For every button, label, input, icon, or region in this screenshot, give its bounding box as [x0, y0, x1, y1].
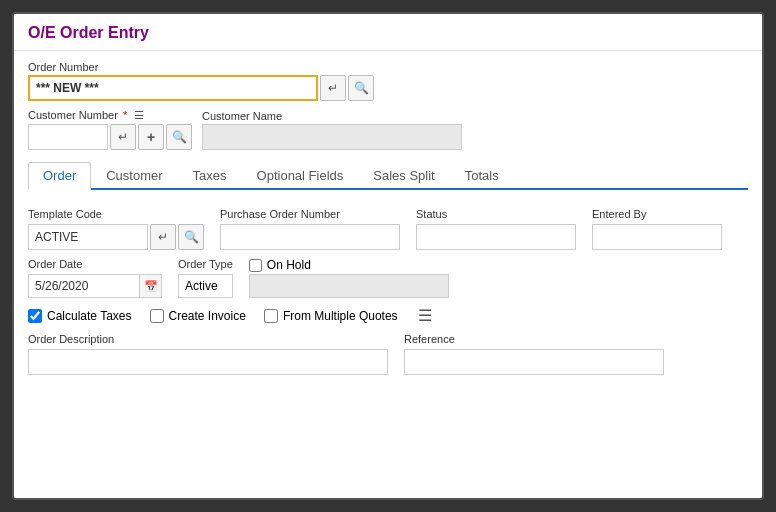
entered-by-input — [592, 224, 722, 250]
order-date-field: Order Date 📅 — [28, 258, 162, 298]
checkbox-row: Calculate Taxes Create Invoice From Mult… — [28, 306, 748, 325]
title-bar: O/E Order Entry — [14, 14, 762, 51]
tab-totals[interactable]: Totals — [450, 162, 514, 188]
customer-number-enter-button[interactable]: ↵ — [110, 124, 136, 150]
create-invoice-checkbox-group: Create Invoice — [150, 309, 246, 323]
customer-name-input — [202, 124, 462, 150]
order-description-input[interactable] — [28, 349, 388, 375]
order-description-label: Order Description — [28, 333, 388, 345]
reference-field: Reference — [404, 333, 664, 375]
customer-number-add-button[interactable]: + — [138, 124, 164, 150]
calendar-button[interactable]: 📅 — [139, 275, 161, 297]
search-icon: 🔍 — [184, 230, 199, 244]
order-number-input[interactable] — [28, 75, 318, 101]
order-number-field: Order Number ↵ 🔍 — [28, 61, 748, 101]
description-row: Order Description Reference — [28, 333, 748, 375]
required-marker: * — [123, 109, 127, 121]
tabs-container: Order Customer Taxes Optional Fields Sal… — [28, 162, 748, 190]
enter-icon: ↵ — [118, 130, 128, 144]
from-multiple-quotes-checkbox-group: From Multiple Quotes — [264, 309, 398, 323]
main-window: O/E Order Entry Order Number ↵ 🔍 Custome… — [12, 12, 764, 500]
customer-number-input[interactable] — [28, 124, 108, 150]
reference-input[interactable] — [404, 349, 664, 375]
template-code-input[interactable] — [28, 224, 148, 250]
tab-content-order: Template Code ↵ 🔍 Purchase Order Number — [28, 198, 748, 488]
order-number-search-button[interactable]: 🔍 — [348, 75, 374, 101]
customer-row: Customer Number * ☰ ↵ + 🔍 — [28, 109, 748, 150]
customer-name-label: Customer Name — [202, 110, 462, 122]
template-code-search-button[interactable]: 🔍 — [178, 224, 204, 250]
order-date-input[interactable] — [29, 275, 139, 297]
order-type-label: Order Type — [178, 258, 233, 270]
entered-by-label: Entered By — [592, 208, 722, 220]
search-icon: 🔍 — [172, 130, 187, 144]
order-number-label: Order Number — [28, 61, 748, 73]
search-icon: 🔍 — [354, 81, 369, 95]
create-invoice-label: Create Invoice — [169, 309, 246, 323]
customer-name-field: Customer Name — [202, 110, 462, 150]
template-code-enter-button[interactable]: ↵ — [150, 224, 176, 250]
customer-number-label: Customer Number * ☰ — [28, 109, 192, 122]
customer-number-search-button[interactable]: 🔍 — [166, 124, 192, 150]
order-row2: Order Date 📅 Order Type Active Active — [28, 258, 748, 298]
template-code-label: Template Code — [28, 208, 204, 220]
tab-customer[interactable]: Customer — [91, 162, 177, 188]
order-number-enter-button[interactable]: ↵ — [320, 75, 346, 101]
template-code-field: Template Code ↵ 🔍 — [28, 208, 204, 250]
tab-sales-split[interactable]: Sales Split — [358, 162, 449, 188]
po-number-field: Purchase Order Number — [220, 208, 400, 250]
status-label: Status — [416, 208, 576, 220]
template-code-input-group: ↵ 🔍 — [28, 224, 204, 250]
calculate-taxes-label: Calculate Taxes — [47, 309, 132, 323]
calendar-icon: 📅 — [144, 280, 158, 293]
order-number-input-group: ↵ 🔍 — [28, 75, 748, 101]
po-number-input[interactable] — [220, 224, 400, 250]
page-title: O/E Order Entry — [28, 24, 748, 42]
customer-number-input-group: ↵ + 🔍 — [28, 124, 192, 150]
tab-order[interactable]: Order — [28, 162, 91, 190]
enter-icon: ↵ — [158, 230, 168, 244]
order-date-input-group: 📅 — [28, 274, 162, 298]
on-hold-label: On Hold — [267, 258, 311, 272]
plus-icon: + — [147, 129, 155, 145]
on-hold-checkbox[interactable] — [249, 259, 262, 272]
entered-by-field: Entered By — [592, 208, 722, 250]
tab-taxes[interactable]: Taxes — [178, 162, 242, 188]
order-date-label: Order Date — [28, 258, 162, 270]
content-area: Order Number ↵ 🔍 Customer Number * ☰ — [14, 51, 762, 498]
reference-label: Reference — [404, 333, 664, 345]
status-field: Status — [416, 208, 576, 250]
options-hamburger-icon[interactable]: ☰ — [418, 306, 432, 325]
enter-icon: ↵ — [328, 81, 338, 95]
create-invoice-checkbox[interactable] — [150, 309, 164, 323]
status-input — [416, 224, 576, 250]
from-multiple-quotes-checkbox[interactable] — [264, 309, 278, 323]
po-number-label: Purchase Order Number — [220, 208, 400, 220]
order-type-field: Order Type Active Active Quote Standing … — [178, 258, 233, 298]
calculate-taxes-checkbox[interactable] — [28, 309, 42, 323]
on-hold-value-input — [249, 274, 449, 298]
tab-optional-fields[interactable]: Optional Fields — [242, 162, 359, 188]
calculate-taxes-checkbox-group: Calculate Taxes — [28, 309, 132, 323]
order-type-select-wrapper: Active Active Quote Standing Future — [178, 274, 233, 298]
hamburger-icon[interactable]: ☰ — [134, 109, 144, 121]
on-hold-checkbox-group: On Hold — [249, 258, 449, 272]
order-description-field: Order Description — [28, 333, 388, 375]
from-multiple-quotes-label: From Multiple Quotes — [283, 309, 398, 323]
on-hold-field: On Hold — [249, 258, 449, 298]
order-row1: Template Code ↵ 🔍 Purchase Order Number — [28, 208, 748, 250]
customer-number-field: Customer Number * ☰ ↵ + 🔍 — [28, 109, 192, 150]
